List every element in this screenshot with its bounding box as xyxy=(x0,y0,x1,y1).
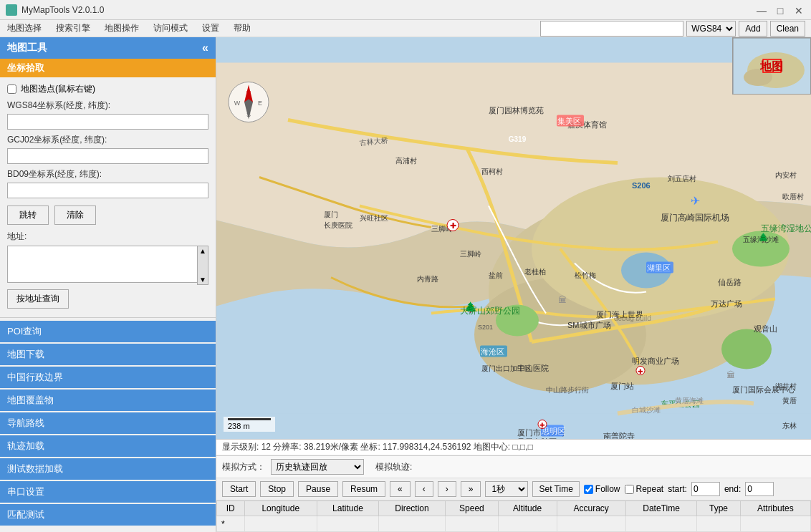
address-label: 地址: xyxy=(7,231,208,243)
nav-item-匹配测试[interactable]: 匹配测试 xyxy=(0,504,216,526)
svg-text:S206: S206 xyxy=(632,181,651,190)
wgs84-label: WGS84坐标系(经度, 纬度): xyxy=(7,100,208,112)
svg-text:集美区: 集美区 xyxy=(557,117,581,125)
mini-map[interactable]: 地图 xyxy=(732,37,811,95)
nav-item-地图覆盖物[interactable]: 地图覆盖物 xyxy=(0,390,216,411)
menu-item-访问模式[interactable]: 访问模式 xyxy=(146,21,195,36)
nav-item-POI查询[interactable]: POI查询 xyxy=(0,321,216,342)
scroll-down-btn[interactable]: ▼ xyxy=(198,275,208,284)
search-input[interactable] xyxy=(540,21,683,37)
map-container[interactable]: 古林大桥 S206 S201 G319 嘉庚体育馆 厦门园林博览苑 集美区 厦门… xyxy=(216,37,811,532)
map-view[interactable]: 古林大桥 S206 S201 G319 嘉庚体育馆 厦门园林博览苑 集美区 厦门… xyxy=(216,37,811,439)
address-query-button[interactable]: 按地址查询 xyxy=(7,289,69,309)
collapse-button[interactable]: « xyxy=(202,42,208,54)
start-button[interactable]: Start xyxy=(222,481,256,497)
col-longitude: Longitude xyxy=(244,501,317,516)
prev-button[interactable]: ‹ xyxy=(415,481,433,497)
track-label: 模拟轨迹: xyxy=(375,461,412,473)
pause-button[interactable]: Pause xyxy=(298,481,338,497)
nav-item-地图下载[interactable]: 地图下载 xyxy=(0,344,216,365)
map-svg: 古林大桥 S206 S201 G319 嘉庚体育馆 厦门园林博览苑 集美区 厦门… xyxy=(216,37,811,439)
add-button[interactable]: Add xyxy=(739,21,767,37)
cell-7 xyxy=(625,516,697,532)
follow-checkbox-label: Follow xyxy=(584,484,620,494)
map-pick-checkbox[interactable] xyxy=(7,84,16,94)
follow-checkbox[interactable] xyxy=(584,485,593,494)
cell-2 xyxy=(317,516,378,532)
close-button[interactable]: ✕ xyxy=(792,4,805,17)
data-table: IDLongitudeLatitudeDirectionSpeedAltitud… xyxy=(216,500,811,532)
gcj02-label: GCJ02坐标系(经度, 纬度): xyxy=(7,134,208,146)
nav-item-导航路线[interactable]: 导航路线 xyxy=(0,412,216,434)
svg-text:老桂柏: 老桂柏 xyxy=(524,268,546,276)
svg-text:欧厝村: 欧厝村 xyxy=(782,193,804,200)
next-button[interactable]: › xyxy=(438,481,456,497)
bottom-panel: 模拟方式： 历史轨迹回放实时模拟 模拟轨迹: Start Stop Pause … xyxy=(216,455,811,532)
menu-item-帮助[interactable]: 帮助 xyxy=(226,21,258,36)
svg-text:五缘湾湿地公园: 五缘湾湿地公园 xyxy=(761,223,811,233)
gcj02-input[interactable] xyxy=(7,148,208,164)
col-accuracy: Accuracy xyxy=(557,501,625,516)
start-value-input[interactable] xyxy=(691,482,720,496)
nav-item-轨迹加载[interactable]: 轨迹加载 xyxy=(0,435,216,457)
svg-text:兴旺社区: 兴旺社区 xyxy=(360,214,388,222)
svg-text:湖井村: 湖井村 xyxy=(775,382,797,390)
set-time-button[interactable]: Set Time xyxy=(532,481,579,497)
time-select[interactable]: 1秒2秒5秒10秒 xyxy=(485,481,528,497)
menu-item-搜索引擎[interactable]: 搜索引擎 xyxy=(49,21,97,36)
clean-button[interactable]: Clean xyxy=(770,21,805,37)
svg-text:盐前: 盐前 xyxy=(489,271,503,279)
svg-text:S: S xyxy=(246,111,251,118)
svg-text:东林: 东林 xyxy=(782,422,797,430)
svg-text:南普陀寺: 南普陀寺 xyxy=(603,432,635,440)
scroll-up-btn[interactable]: ▲ xyxy=(198,246,208,256)
next-next-button[interactable]: » xyxy=(461,481,481,497)
cell-4 xyxy=(446,516,499,532)
minimize-button[interactable]: — xyxy=(755,4,768,17)
svg-text:仙岳路: 仙岳路 xyxy=(718,278,742,286)
follow-label: Follow xyxy=(595,484,620,494)
stop-button[interactable]: Stop xyxy=(260,481,294,497)
menu-item-地图选择[interactable]: 地图选择 xyxy=(0,21,49,36)
table-container: IDLongitudeLatitudeDirectionSpeedAltitud… xyxy=(216,500,811,532)
svg-text:🏛: 🏛 xyxy=(558,295,567,305)
clear-button[interactable]: 清除 xyxy=(54,205,96,225)
menu-bar: 地图选择搜索引擎地图操作访问模式设置帮助 xyxy=(0,21,258,36)
bd09-input[interactable] xyxy=(7,183,208,198)
col-id: ID xyxy=(217,501,245,516)
nav-item-中国行政边界[interactable]: 中国行政边界 xyxy=(0,367,216,388)
wgs84-input[interactable] xyxy=(7,114,208,130)
svg-text:✚: ✚ xyxy=(539,422,545,429)
nav-item-测试数据加载[interactable]: 测试数据加载 xyxy=(0,458,216,480)
svg-text:内青路: 内青路 xyxy=(417,275,438,283)
svg-text:🌲: 🌲 xyxy=(758,232,769,243)
svg-text:刘五店村: 刘五店村 xyxy=(668,175,696,183)
maximize-button[interactable]: □ xyxy=(774,4,787,17)
coord-system-select[interactable]: WGS84GCJ02BD09 xyxy=(686,21,736,37)
playback-bar: 模拟方式： 历史轨迹回放实时模拟 模拟轨迹: xyxy=(216,456,811,478)
svg-text:S201: S201 xyxy=(478,324,493,331)
nav-item-串口设置[interactable]: 串口设置 xyxy=(0,481,216,503)
svg-text:✚: ✚ xyxy=(450,221,456,230)
address-input[interactable] xyxy=(7,246,208,283)
prev-prev-button[interactable]: « xyxy=(390,481,411,497)
svg-text:中山路步行街: 中山路步行街 xyxy=(546,386,589,394)
divider-1 xyxy=(0,317,216,318)
repeat-checkbox[interactable] xyxy=(625,485,634,494)
svg-text:湖里区: 湖里区 xyxy=(647,263,671,272)
mode-select[interactable]: 历史轨迹回放实时模拟 xyxy=(271,459,364,475)
sidebar-title: 地图工具 xyxy=(7,42,47,54)
end-value-input[interactable] xyxy=(745,482,774,496)
jump-button[interactable]: 跳转 xyxy=(7,205,49,225)
start-coord-label: start: xyxy=(668,484,687,494)
svg-text:黄厝海滩: 黄厝海滩 xyxy=(675,397,704,405)
menu-item-设置[interactable]: 设置 xyxy=(195,21,226,36)
repeat-label: Repeat xyxy=(636,484,664,494)
menu-item-地图操作[interactable]: 地图操作 xyxy=(97,21,146,36)
window-controls: — □ ✕ xyxy=(755,4,805,17)
map-pick-label: 地图选点(鼠标右键) xyxy=(21,83,95,95)
svg-text:黄厝: 黄厝 xyxy=(782,397,797,405)
resume-button[interactable]: Resum xyxy=(342,481,385,497)
cell-5 xyxy=(498,516,557,532)
svg-text:E: E xyxy=(258,100,262,107)
